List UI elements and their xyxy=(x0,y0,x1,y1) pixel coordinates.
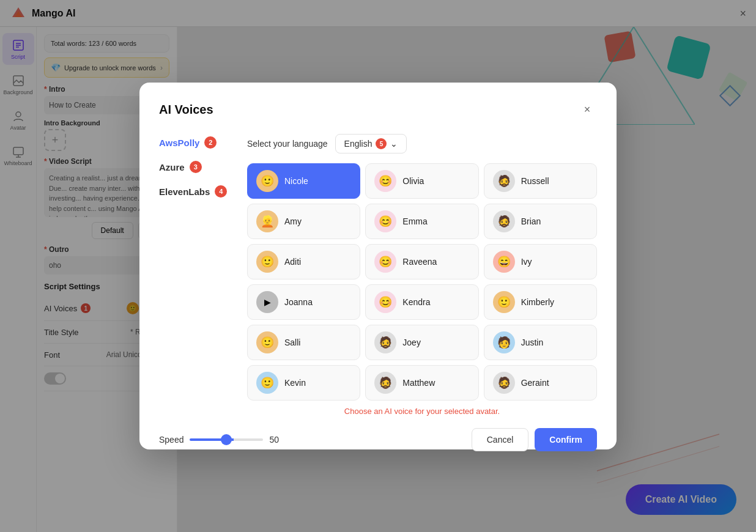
geraint-avatar: 🧔 xyxy=(493,372,515,394)
joey-avatar: 🧔 xyxy=(374,331,396,353)
justin-name: Justin xyxy=(521,338,544,347)
modal-overlay: AI Voices × AwsPolly 2 Azure 3 ElevenLab… xyxy=(0,0,756,532)
voice-card-kendra[interactable]: 😊 Kendra xyxy=(365,284,478,320)
cancel-button[interactable]: Cancel xyxy=(472,428,529,451)
voice-card-joey[interactable]: 🧔 Joey xyxy=(365,325,478,360)
ivy-name: Ivy xyxy=(521,257,532,267)
dropdown-chevron-icon: ⌄ xyxy=(390,139,398,149)
salli-avatar: 🙂 xyxy=(256,331,278,353)
russell-name: Russell xyxy=(521,176,549,186)
speed-value: 50 xyxy=(269,435,279,445)
brian-name: Brian xyxy=(521,216,541,226)
raveena-name: Raveena xyxy=(402,257,437,267)
amy-name: Amy xyxy=(284,216,302,226)
modal-footer: Speed 50 Cancel Confirm xyxy=(159,428,597,451)
language-value: English xyxy=(344,139,372,149)
ai-voices-modal: AI Voices × AwsPolly 2 Azure 3 ElevenLab… xyxy=(139,83,617,449)
speed-slider[interactable] xyxy=(190,438,263,441)
kendra-avatar: 😊 xyxy=(374,291,396,313)
emma-avatar: 😊 xyxy=(374,210,396,232)
salli-name: Salli xyxy=(284,338,300,347)
voice-card-matthew[interactable]: 🧔 Matthew xyxy=(365,365,478,401)
voices-grid: 🙂 Nicole 😊 Olivia 🧔 Russell xyxy=(247,163,597,401)
nicole-avatar: 🙂 xyxy=(256,170,278,192)
language-dropdown[interactable]: English 5 ⌄ xyxy=(335,134,407,153)
matthew-avatar: 🧔 xyxy=(374,372,396,394)
footer-buttons: Cancel Confirm xyxy=(472,428,597,451)
voice-content: Select your language English 5 ⌄ 🙂 Nicol… xyxy=(247,134,597,416)
matthew-name: Matthew xyxy=(402,378,435,388)
nicole-name: Nicole xyxy=(284,176,308,186)
speed-label: Speed xyxy=(159,435,183,445)
russell-avatar: 🧔 xyxy=(493,170,515,192)
brian-avatar: 🧔 xyxy=(493,210,515,232)
kevin-avatar: 🙂 xyxy=(256,372,278,394)
voice-card-raveena[interactable]: 😊 Raveena xyxy=(365,244,478,279)
raveena-avatar: 😊 xyxy=(374,251,396,273)
voice-card-joanna[interactable]: ▶ Joanna xyxy=(247,284,360,320)
modal-title: AI Voices xyxy=(159,103,213,117)
joanna-name: Joanna xyxy=(284,297,313,307)
voice-card-salli[interactable]: 🙂 Salli xyxy=(247,325,360,360)
kimberly-avatar: 🙂 xyxy=(493,291,515,313)
voice-card-justin[interactable]: 🧑 Justin xyxy=(484,325,597,360)
kimberly-name: Kimberly xyxy=(521,297,554,307)
azure-badge: 3 xyxy=(190,161,202,173)
kevin-name: Kevin xyxy=(284,378,306,388)
modal-body: AwsPolly 2 Azure 3 ElevenLabs 4 Select y… xyxy=(159,134,597,416)
language-badge: 5 xyxy=(376,138,387,149)
voice-card-brian[interactable]: 🧔 Brian xyxy=(484,204,597,239)
warning-text: Choose an AI voice for your selected ava… xyxy=(247,407,597,416)
voice-tab-awspolly[interactable]: AwsPolly 2 xyxy=(159,134,232,151)
voice-card-olivia[interactable]: 😊 Olivia xyxy=(365,163,478,199)
voice-card-geraint[interactable]: 🧔 Geraint xyxy=(484,365,597,401)
justin-avatar: 🧑 xyxy=(493,331,515,353)
joanna-avatar: ▶ xyxy=(256,291,278,313)
aditi-name: Aditi xyxy=(284,257,301,267)
geraint-name: Geraint xyxy=(521,378,549,388)
olivia-avatar: 😊 xyxy=(374,170,396,192)
voice-tab-elevenlabs[interactable]: ElevenLabs 4 xyxy=(159,183,232,200)
language-label: Select your language xyxy=(247,139,328,149)
joey-name: Joey xyxy=(402,338,421,347)
awspolly-label: AwsPolly xyxy=(159,138,199,148)
voice-card-russell[interactable]: 🧔 Russell xyxy=(484,163,597,199)
voice-card-emma[interactable]: 😊 Emma xyxy=(365,204,478,239)
olivia-name: Olivia xyxy=(402,176,424,186)
elevenlabs-badge: 4 xyxy=(215,185,227,198)
language-selector-row: Select your language English 5 ⌄ xyxy=(247,134,597,153)
modal-header: AI Voices × xyxy=(159,100,597,119)
modal-close-button[interactable]: × xyxy=(577,100,597,119)
voice-tab-azure[interactable]: Azure 3 xyxy=(159,158,232,175)
voice-card-kimberly[interactable]: 🙂 Kimberly xyxy=(484,284,597,320)
amy-avatar: 👱 xyxy=(256,210,278,232)
voice-card-ivy[interactable]: 😄 Ivy xyxy=(484,244,597,279)
emma-name: Emma xyxy=(402,216,427,226)
elevenlabs-label: ElevenLabs xyxy=(159,187,210,197)
voice-card-kevin[interactable]: 🙂 Kevin xyxy=(247,365,360,401)
voice-tabs: AwsPolly 2 Azure 3 ElevenLabs 4 xyxy=(159,134,232,416)
azure-label: Azure xyxy=(159,162,185,172)
kendra-name: Kendra xyxy=(402,297,430,307)
confirm-button[interactable]: Confirm xyxy=(535,428,597,451)
voice-card-nicole[interactable]: 🙂 Nicole xyxy=(247,163,360,199)
aditi-avatar: 🙂 xyxy=(256,251,278,273)
voice-card-aditi[interactable]: 🙂 Aditi xyxy=(247,244,360,279)
speed-control: Speed 50 xyxy=(159,435,279,445)
voice-card-amy[interactable]: 👱 Amy xyxy=(247,204,360,239)
awspolly-badge: 2 xyxy=(204,136,217,149)
ivy-avatar: 😄 xyxy=(493,251,515,273)
